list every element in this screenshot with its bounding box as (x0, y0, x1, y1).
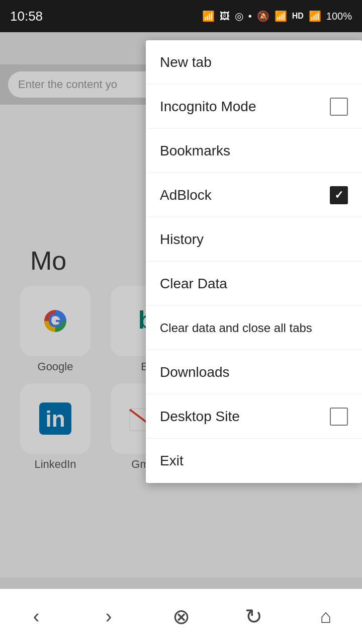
close-tab-button[interactable]: ⊗ (156, 597, 206, 637)
menu-item-clear-data-close-tabs[interactable]: Clear data and close all tabs (146, 306, 362, 350)
incognito-mode-label: Incognito Mode (160, 99, 256, 115)
gallery-icon: 🖼 (220, 11, 230, 22)
menu-item-desktop-site[interactable]: Desktop Site (146, 394, 362, 439)
location-icon: ◎ (235, 10, 243, 22)
bookmarks-label: Bookmarks (160, 143, 230, 159)
refresh-button[interactable]: ↻ (228, 597, 279, 637)
menu-item-history[interactable]: History (146, 217, 362, 262)
status-time: 10:58 (10, 9, 43, 24)
menu-item-new-tab[interactable]: New tab (146, 40, 362, 85)
new-tab-label: New tab (160, 54, 212, 70)
incognito-mode-checkbox[interactable] (330, 98, 348, 116)
menu-item-downloads[interactable]: Downloads (146, 350, 362, 394)
desktop-site-label: Desktop Site (160, 409, 240, 425)
downloads-label: Downloads (160, 364, 230, 380)
menu-item-incognito-mode[interactable]: Incognito Mode (146, 85, 362, 129)
history-label: History (160, 231, 204, 248)
exit-label: Exit (160, 453, 184, 469)
desktop-site-checkbox[interactable] (330, 408, 348, 426)
status-bar: 10:58 📶 🖼 ◎ • 🔕 📶 HD 📶 100% (0, 0, 362, 32)
network-icon: 📶 (309, 10, 321, 22)
dot-icon: • (248, 11, 252, 22)
hd-icon: HD (292, 12, 304, 21)
mute-icon: 🔕 (257, 10, 269, 22)
back-button[interactable]: ‹ (11, 597, 61, 637)
home-icon: ⌂ (320, 606, 332, 627)
signal-icon: 📶 (202, 10, 215, 22)
adblock-label: AdBlock (160, 187, 212, 203)
refresh-icon: ↻ (245, 604, 262, 629)
forward-icon: › (106, 606, 112, 627)
forward-button[interactable]: › (83, 597, 134, 637)
menu-item-bookmarks[interactable]: Bookmarks (146, 129, 362, 173)
home-button[interactable]: ⌂ (301, 597, 351, 637)
dropdown-menu: New tab Incognito Mode Bookmarks AdBlock… (146, 40, 362, 483)
status-icons: 📶 🖼 ◎ • 🔕 📶 HD 📶 100% (202, 10, 352, 22)
battery-icon: 100% (326, 11, 352, 22)
clear-data-label: Clear Data (160, 276, 227, 292)
menu-item-adblock[interactable]: AdBlock (146, 173, 362, 217)
adblock-checkbox[interactable] (330, 186, 348, 204)
wifi-icon: 📶 (275, 10, 287, 22)
bottom-nav: ‹ › ⊗ ↻ ⌂ (0, 589, 362, 644)
close-icon: ⊗ (172, 604, 190, 629)
menu-item-exit[interactable]: Exit (146, 439, 362, 483)
clear-data-close-tabs-label: Clear data and close all tabs (160, 321, 312, 335)
menu-item-clear-data[interactable]: Clear Data (146, 262, 362, 306)
back-icon: ‹ (33, 606, 40, 627)
